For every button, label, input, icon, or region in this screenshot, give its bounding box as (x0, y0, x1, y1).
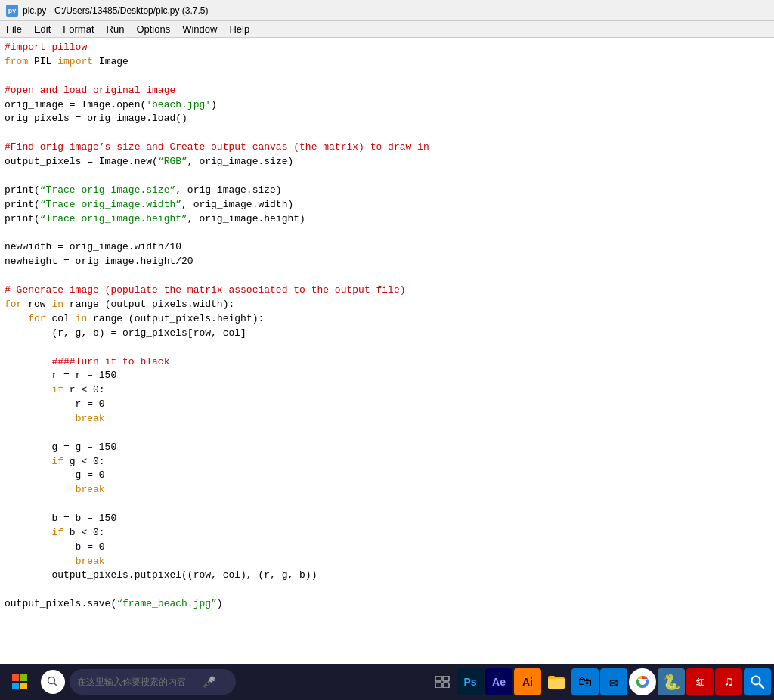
taohong-icon[interactable]: 红 (686, 668, 714, 695)
line-29: g = g – 150 (5, 441, 769, 455)
menu-run[interactable]: Run (101, 22, 131, 36)
line-1: #import pillow (5, 41, 769, 55)
file-explorer-icon[interactable] (543, 668, 570, 695)
svg-rect-6 (435, 676, 441, 681)
after-effects-icon[interactable]: Ae (485, 668, 512, 695)
blank-7 (5, 426, 769, 441)
svg-rect-9 (443, 683, 449, 688)
line-9: output_pixels = Image.new(“RGB”, orig_im… (5, 155, 769, 169)
blank-9 (5, 583, 769, 597)
blank-8 (5, 497, 769, 512)
mail-icon[interactable]: ✉ (600, 668, 627, 695)
search-icon (47, 676, 59, 688)
illustrator-icon[interactable]: Ai (514, 668, 541, 695)
line-30: if g < 0: (5, 455, 769, 469)
search-blue-icon (750, 674, 765, 689)
svg-rect-7 (443, 676, 449, 681)
menu-bar: File Edit Format Run Options Window Help (0, 21, 774, 38)
folder-icon (546, 671, 567, 692)
line-24: r = r – 150 (5, 369, 769, 383)
app-icon: py (6, 5, 18, 17)
blank-4 (5, 226, 769, 240)
menu-options[interactable]: Options (130, 22, 176, 36)
chrome-logo-icon (633, 672, 652, 692)
task-view-button[interactable] (431, 667, 455, 697)
line-16: newheight = orig_image.height/20 (5, 255, 769, 269)
svg-line-13 (760, 684, 764, 689)
menu-file[interactable]: File (0, 22, 28, 36)
photoshop-icon[interactable]: Ps (457, 668, 484, 695)
line-4: #open and load original image (5, 84, 769, 98)
line-35: if b < 0: (5, 526, 769, 540)
line-18: # Generate image (populate the matrix as… (5, 283, 769, 298)
line-34: b = b – 150 (5, 512, 769, 526)
line-13: print(“Trace orig_image.height”, orig_im… (5, 212, 769, 227)
search-circle[interactable] (41, 670, 65, 694)
search-area[interactable]: 🎤 (70, 669, 236, 695)
window-title: pic.py - C:/Users/13485/Desktop/pic.py (… (23, 5, 208, 16)
line-2: from PIL import Image (5, 55, 769, 70)
line-37: break (5, 555, 769, 569)
line-15: newwidth = orig_image.width/10 (5, 240, 769, 255)
code-editor[interactable]: #import pillow from PIL import Image #op… (0, 38, 774, 686)
svg-rect-1 (20, 674, 27, 681)
search-app-icon[interactable] (744, 668, 771, 695)
windows-logo-icon (12, 674, 27, 689)
microsoft-store-icon[interactable]: 🛍 (571, 668, 599, 695)
svg-point-11 (639, 679, 646, 685)
windows-search-button[interactable] (38, 667, 68, 697)
line-19: for row in range (output_pixels.width): (5, 298, 769, 312)
line-25: if r < 0: (5, 383, 769, 398)
blank-2 (5, 126, 769, 141)
menu-window[interactable]: Window (176, 22, 223, 36)
line-40: output_pixels.save(“frame_beach.jpg”) (5, 597, 769, 612)
microphone-icon[interactable]: 🎤 (203, 676, 215, 689)
svg-point-4 (48, 677, 55, 684)
line-11: print(“Trace orig_image.size”, orig_imag… (5, 184, 769, 198)
line-12: print(“Trace orig_image.width”, orig_ima… (5, 198, 769, 212)
menu-format[interactable]: Format (57, 22, 100, 36)
taskbar: 🎤 Ps Ae Ai 🛍 ✉ (0, 664, 774, 700)
svg-rect-3 (20, 683, 27, 689)
blank-6 (5, 341, 769, 355)
netease-icon[interactable]: ♫ (715, 668, 742, 695)
blank-5 (5, 269, 769, 283)
line-38: output_pixels.putpixel((row, col), (r, g… (5, 568, 769, 583)
line-26: r = 0 (5, 398, 769, 412)
line-23: ####Turn it to black (5, 355, 769, 370)
chrome-icon[interactable] (629, 668, 656, 695)
line-20: for col in range (output_pixels.height): (5, 312, 769, 327)
line-21: (r, g, b) = orig_pixels[row, col] (5, 327, 769, 341)
menu-help[interactable]: Help (223, 22, 255, 36)
task-view-icon (435, 676, 450, 688)
menu-edit[interactable]: Edit (28, 22, 57, 36)
line-36: b = 0 (5, 540, 769, 555)
svg-line-5 (54, 683, 58, 687)
svg-rect-2 (12, 683, 19, 689)
windows-start-button[interactable] (3, 667, 36, 697)
search-input[interactable] (77, 677, 198, 687)
python-icon[interactable]: 🐍 (658, 668, 685, 695)
svg-rect-0 (12, 674, 19, 681)
line-5: orig_image = Image.open('beach.jpg') (5, 98, 769, 113)
title-bar: py pic.py - C:/Users/13485/Desktop/pic.p… (0, 0, 774, 21)
line-6: orig_pixels = orig_image.load() (5, 112, 769, 126)
line-32: break (5, 483, 769, 497)
line-31: g = 0 (5, 469, 769, 483)
blank-3 (5, 169, 769, 184)
svg-rect-8 (435, 683, 441, 688)
line-27: break (5, 412, 769, 426)
line-8: #Find orig image’s size and Create outpu… (5, 141, 769, 155)
blank-1 (5, 70, 769, 84)
